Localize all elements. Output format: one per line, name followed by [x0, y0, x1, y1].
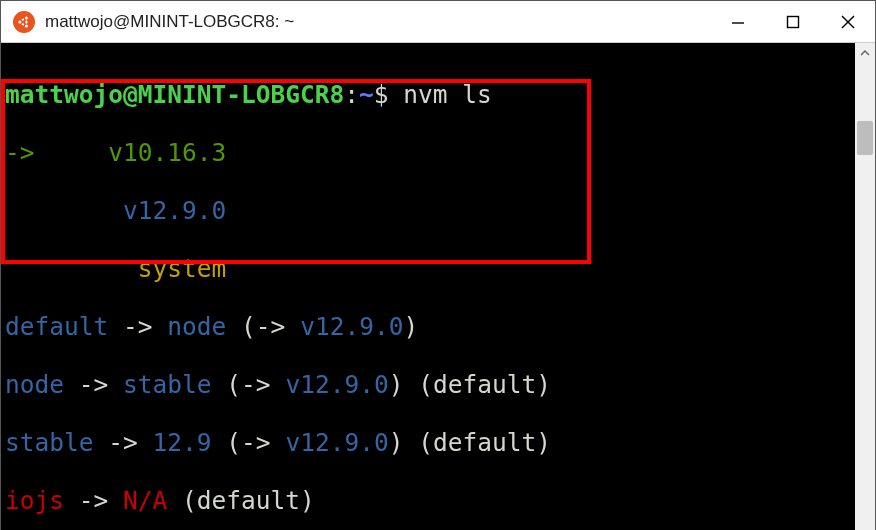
output-line: -> v10.16.3 — [5, 138, 855, 167]
minimize-button[interactable] — [710, 1, 765, 43]
window-controls — [710, 1, 875, 43]
current-arrow: -> — [5, 138, 35, 167]
twelve9-label: 12.9 — [153, 428, 212, 457]
svg-point-2 — [25, 24, 28, 27]
node-label: node — [167, 312, 226, 341]
output-line: stable -> 12.9 (-> v12.9.0) (default) — [5, 428, 855, 457]
paren-open: (-> — [226, 370, 270, 399]
ubuntu-icon — [13, 11, 35, 33]
iojs-alias: iojs — [5, 486, 64, 515]
window-title: mattwojo@MININT-LOBGCR8: ~ — [45, 12, 710, 32]
node-alias: node — [5, 370, 64, 399]
output-line: v12.9.0 — [5, 196, 855, 225]
scroll-up-icon[interactable] — [855, 43, 875, 63]
paren-close: ) — [403, 312, 418, 341]
svg-point-1 — [25, 16, 28, 19]
close-button[interactable] — [820, 1, 875, 43]
default-marker: (default) — [418, 370, 551, 399]
maximize-button[interactable] — [765, 1, 820, 43]
scrollbar-thumb[interactable] — [857, 121, 873, 155]
terminal-window: mattwojo@MININT-LOBGCR8: ~ mattwojo@MINI… — [0, 0, 876, 530]
v12-ref: v12.9.0 — [300, 312, 403, 341]
prompt-sep: : — [344, 80, 359, 109]
arrow: -> — [123, 312, 153, 341]
paren-close: ) — [389, 428, 404, 457]
typed-command: nvm ls — [403, 80, 492, 109]
paren-close: ) — [389, 370, 404, 399]
output-line: default -> node (-> v12.9.0) — [5, 312, 855, 341]
arrow: -> — [79, 370, 109, 399]
default-marker: (default) — [182, 486, 315, 515]
system-label: system — [138, 254, 227, 283]
terminal-content[interactable]: mattwojo@MININT-LOBGCR8:~$ nvm ls -> v10… — [1, 43, 855, 530]
v12-ref: v12.9.0 — [285, 370, 388, 399]
default-alias: default — [5, 312, 108, 341]
prompt-path: ~ — [359, 80, 374, 109]
window-titlebar[interactable]: mattwojo@MININT-LOBGCR8: ~ — [1, 1, 875, 43]
v12-label: v12.9.0 — [123, 196, 226, 225]
stable-label: stable — [123, 370, 212, 399]
prompt-user-host: mattwojo@MININT-LOBGCR8 — [5, 80, 344, 109]
v10-current: v10.16.3 — [108, 138, 226, 167]
prompt-dollar: $ — [374, 80, 389, 109]
na-label: N/A — [123, 486, 167, 515]
terminal-area: mattwojo@MININT-LOBGCR8:~$ nvm ls -> v10… — [1, 43, 875, 530]
paren-open: (-> — [226, 428, 270, 457]
output-line: node -> stable (-> v12.9.0) (default) — [5, 370, 855, 399]
svg-point-0 — [18, 20, 21, 23]
arrow: -> — [79, 486, 109, 515]
stable-alias: stable — [5, 428, 94, 457]
prompt-line-1: mattwojo@MININT-LOBGCR8:~$ nvm ls — [5, 80, 855, 109]
v12-ref: v12.9.0 — [285, 428, 388, 457]
default-marker: (default) — [418, 428, 551, 457]
output-line: system — [5, 254, 855, 283]
paren-open: (-> — [241, 312, 285, 341]
vertical-scrollbar[interactable] — [855, 43, 875, 530]
output-line: iojs -> N/A (default) — [5, 486, 855, 515]
arrow: -> — [108, 428, 138, 457]
svg-rect-4 — [787, 16, 798, 27]
